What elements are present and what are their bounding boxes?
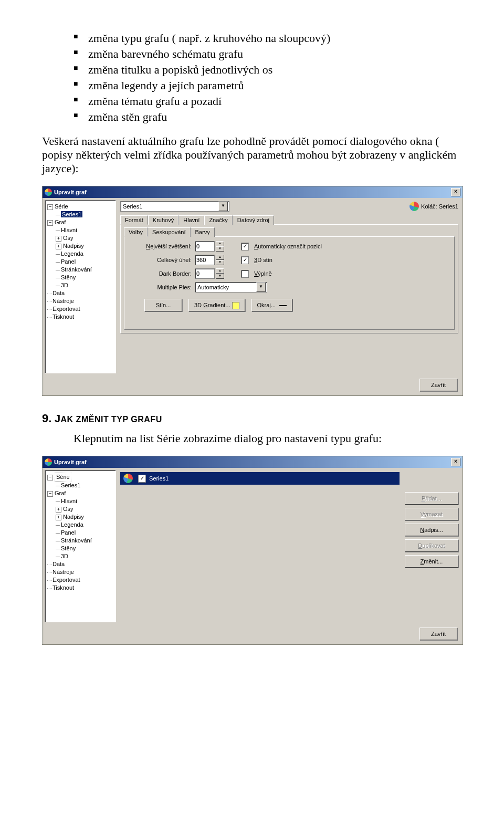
vymazat-button[interactable]: Vymazat — [405, 508, 458, 520]
pridat-button[interactable]: Přidat... — [405, 492, 458, 505]
chevron-down-icon[interactable]: ▼ — [256, 283, 266, 292]
tree-serie[interactable]: Série — [55, 203, 68, 210]
tab-format[interactable]: Formát — [120, 215, 148, 225]
tree-panel[interactable]: Panel — [61, 258, 76, 265]
tab-datovy-zdroj[interactable]: Datový zdroj — [233, 215, 274, 225]
tree-export[interactable]: Exportovat — [52, 306, 80, 312]
collapse-icon[interactable]: − — [47, 220, 53, 226]
bullet-item: změna stěn grafu — [74, 110, 462, 124]
spin-down-icon[interactable]: ▼ — [216, 260, 224, 265]
tab-seskupovani[interactable]: Seskupování — [148, 227, 191, 237]
series-listbox[interactable]: ✓ Series1 — [120, 472, 400, 485]
edit-chart-dialog-1: Upravit graf × −Série Series1 −Graf Hlav… — [42, 186, 463, 396]
tree-legenda[interactable]: Legenda — [61, 250, 83, 257]
close-icon[interactable]: × — [451, 188, 460, 196]
close-button[interactable]: Zavřít — [419, 628, 457, 640]
stin-button[interactable]: Stín... — [144, 299, 182, 311]
series-list-item[interactable]: ✓ Series1 — [120, 472, 400, 485]
tree-nastroje[interactable]: Nástroje — [52, 298, 74, 304]
tree-data[interactable]: Data — [52, 561, 65, 567]
pies-combo[interactable]: Automaticky ▼ — [195, 282, 267, 292]
expand-icon[interactable]: + — [56, 515, 61, 520]
stin-label: 3D stín — [254, 257, 272, 263]
spin-down-icon[interactable]: ▼ — [216, 274, 224, 279]
chevron-down-icon[interactable]: ▼ — [218, 202, 228, 211]
tree-graf[interactable]: Graf — [55, 219, 66, 225]
tree-export[interactable]: Exportovat — [52, 577, 80, 583]
border-label: Dark Border: — [129, 270, 192, 277]
bullet-item: změna tématu grafu a pozadí — [74, 95, 462, 108]
expand-icon[interactable]: + — [56, 507, 61, 513]
zvetseni-spinner[interactable]: ▲▼ — [195, 241, 224, 252]
series-combo[interactable]: Series1 ▼ — [120, 201, 229, 212]
zmenit-button[interactable]: Změnit... — [405, 555, 458, 568]
spin-down-icon[interactable]: ▼ — [216, 246, 224, 252]
tree-nadpisy[interactable]: Nadpisy — [63, 243, 84, 249]
series-combo-value: Series1 — [123, 203, 142, 210]
gradient-button[interactable]: 3D Gradient... — [188, 299, 245, 311]
tree-nadpisy[interactable]: Nadpisy — [63, 514, 84, 520]
tab-volby[interactable]: Volby — [124, 227, 148, 237]
okraj-button[interactable]: Okraj... — [251, 299, 293, 311]
bullet-item: změna barevného schématu grafu — [74, 47, 462, 61]
tree-legenda[interactable]: Legenda — [61, 521, 83, 528]
tree-nastroje[interactable]: Nástroje — [52, 569, 74, 575]
tree-steny[interactable]: Stěny — [61, 545, 76, 551]
duplikovat-button[interactable]: Duplikovat — [405, 539, 458, 552]
app-icon — [45, 189, 52, 196]
spin-up-icon[interactable]: ▲ — [216, 268, 224, 274]
expand-icon[interactable]: + — [56, 236, 61, 242]
close-icon[interactable]: × — [451, 458, 460, 466]
section-number: 9. — [42, 412, 51, 425]
border-input[interactable] — [195, 268, 215, 279]
uhel-label: Celkový úhel: — [129, 257, 192, 263]
intro-bullet-list: změna typu grafu ( např. z kruhového na … — [42, 32, 462, 124]
tree-strankovani[interactable]: Stránkování — [61, 266, 92, 273]
uhel-input[interactable] — [195, 255, 215, 265]
tab-hlavni[interactable]: Hlavní — [178, 215, 204, 225]
nav-tree[interactable]: −Série Series1 −Graf Hlavní +Osy +Nadpis… — [45, 200, 116, 373]
tree-data[interactable]: Data — [52, 290, 65, 296]
collapse-icon[interactable]: − — [47, 204, 53, 210]
tree-3d[interactable]: 3D — [61, 553, 68, 559]
collapse-icon[interactable]: − — [47, 491, 53, 497]
tree-tisk[interactable]: Tisknout — [52, 584, 74, 591]
auto-checkbox[interactable]: ✓ — [241, 243, 249, 250]
border-spinner[interactable]: ▲▼ — [195, 268, 224, 279]
collapse-icon[interactable]: − — [47, 475, 53, 480]
spin-up-icon[interactable]: ▲ — [216, 255, 224, 260]
bullet-item: změna legendy a jejích parametrů — [74, 79, 462, 92]
tree-panel[interactable]: Panel — [61, 529, 76, 536]
close-button[interactable]: Zavřít — [419, 379, 457, 391]
pies-label: Multiple Pies: — [129, 284, 192, 290]
section-heading: 9. JAK ZMĚNIT TYP GRAFU — [42, 412, 462, 425]
tabs-row2: Volby Seskupování Barvy — [124, 227, 455, 236]
pie-chart-icon — [123, 474, 133, 483]
tab-kruhovy[interactable]: Kruhový — [148, 215, 178, 225]
vyplne-checkbox[interactable] — [241, 270, 249, 278]
nav-tree[interactable]: −Série Series1 −Graf Hlavní +Osy +Nadpis… — [45, 470, 116, 622]
tree-series1[interactable]: Series1 — [61, 482, 80, 488]
tab-barvy[interactable]: Barvy — [191, 227, 215, 237]
stin-checkbox[interactable]: ✓ — [241, 256, 249, 264]
series-item-checkbox[interactable]: ✓ — [138, 475, 146, 483]
uhel-spinner[interactable]: ▲▼ — [195, 255, 224, 265]
section-title: JAK ZMĚNIT TYP GRAFU — [55, 413, 162, 424]
tree-strankovani[interactable]: Stránkování — [61, 537, 92, 544]
tree-3d[interactable]: 3D — [61, 282, 68, 288]
tree-osy[interactable]: Osy — [63, 235, 74, 241]
nadpis-button[interactable]: Nadpis... — [405, 524, 458, 536]
tree-tisk[interactable]: Tisknout — [52, 314, 74, 320]
section-paragraph: Klepnutím na list Série zobrazíme dialog… — [42, 432, 462, 445]
tree-osy[interactable]: Osy — [63, 506, 74, 512]
tree-hlavni[interactable]: Hlavní — [61, 498, 77, 504]
zvetseni-input[interactable] — [195, 241, 215, 252]
spin-up-icon[interactable]: ▲ — [216, 241, 224, 246]
tree-serie[interactable]: Série — [55, 473, 71, 482]
tab-znacky[interactable]: Značky — [204, 215, 232, 225]
tree-steny[interactable]: Stěny — [61, 274, 76, 280]
tree-graf[interactable]: Graf — [55, 490, 66, 496]
tree-series1[interactable]: Series1 — [61, 211, 82, 217]
expand-icon[interactable]: + — [56, 244, 61, 249]
tree-hlavni[interactable]: Hlavní — [61, 227, 77, 233]
